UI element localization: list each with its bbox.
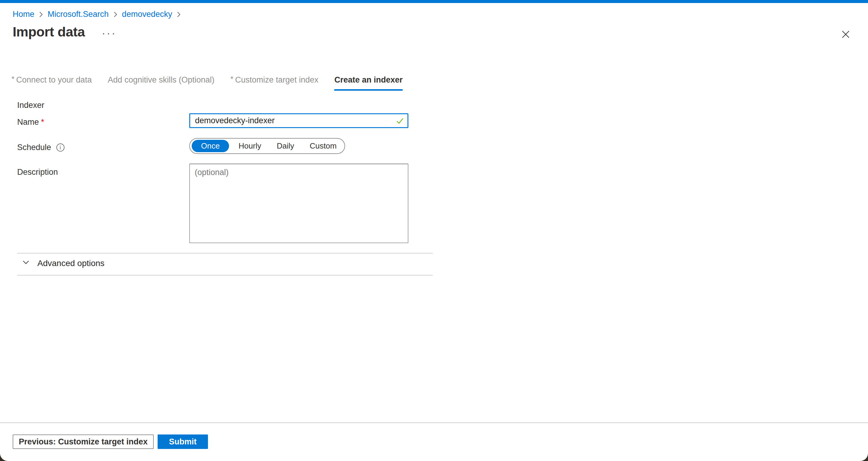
schedule-segmented-control: Once Hourly Daily Custom <box>189 138 345 154</box>
divider <box>17 253 433 254</box>
tab-create-an-indexer[interactable]: Create an indexer <box>334 75 403 91</box>
advanced-options-toggle[interactable]: Advanced options <box>22 258 104 269</box>
info-icon[interactable]: i <box>56 144 64 152</box>
chevron-right-icon <box>39 11 43 18</box>
wizard-tabs: * Connect to your data Add cognitive ski… <box>11 75 403 91</box>
required-mark: * <box>230 75 234 84</box>
name-label: Name* <box>17 118 44 127</box>
tab-connect-to-your-data[interactable]: * Connect to your data <box>11 75 92 91</box>
chevron-right-icon <box>113 11 118 18</box>
submit-button[interactable]: Submit <box>158 434 208 449</box>
schedule-option-daily[interactable]: Daily <box>271 140 300 152</box>
close-icon[interactable] <box>839 28 852 41</box>
more-options-icon[interactable]: ··· <box>102 28 117 38</box>
breadcrumb: Home Microsoft.Search demovedecky <box>13 10 181 19</box>
schedule-option-custom[interactable]: Custom <box>304 140 343 152</box>
chevron-right-icon <box>177 11 181 18</box>
chevron-down-icon <box>22 258 30 269</box>
schedule-option-once[interactable]: Once <box>192 140 229 152</box>
previous-button[interactable]: Previous: Customize target index <box>13 434 154 449</box>
breadcrumb-demovedecky-link[interactable]: demovedecky <box>122 10 173 19</box>
schedule-label: Schedule i <box>17 143 64 152</box>
tab-label: Customize target index <box>235 75 318 85</box>
footer-divider <box>0 423 868 423</box>
advanced-options-label: Advanced options <box>37 258 104 268</box>
tab-add-cognitive-skills[interactable]: Add cognitive skills (Optional) <box>107 75 214 91</box>
name-label-text: Name <box>17 118 39 127</box>
tab-label: Create an indexer <box>334 75 403 85</box>
required-asterisk: * <box>41 118 44 127</box>
import-data-panel: Home Microsoft.Search demovedecky Import… <box>0 0 868 461</box>
required-mark: * <box>11 75 14 84</box>
indexer-name-input[interactable] <box>189 113 408 128</box>
description-label: Description <box>17 167 58 177</box>
tab-customize-target-index[interactable]: * Customize target index <box>230 75 318 91</box>
name-field-wrap <box>189 113 408 128</box>
description-textarea[interactable] <box>189 164 408 243</box>
valid-checkmark-icon <box>396 117 404 126</box>
tab-label: Add cognitive skills (Optional) <box>107 75 214 85</box>
portal-accent-bar <box>0 0 868 3</box>
indexer-section-heading: Indexer <box>17 101 44 110</box>
breadcrumb-home-link[interactable]: Home <box>13 10 34 19</box>
schedule-option-hourly[interactable]: Hourly <box>233 140 267 152</box>
breadcrumb-microsoft-search-link[interactable]: Microsoft.Search <box>48 10 109 19</box>
tab-label: Connect to your data <box>16 75 92 85</box>
divider <box>17 275 433 276</box>
page-title: Import data <box>13 24 85 40</box>
schedule-label-text: Schedule <box>17 143 51 152</box>
